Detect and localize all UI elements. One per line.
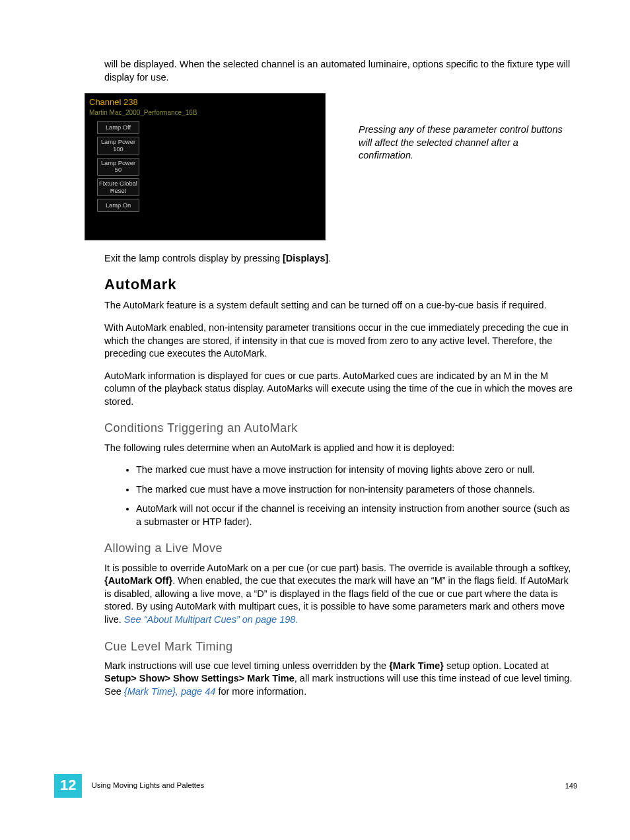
cuelevel-mid1: setup option. Located at: [444, 660, 549, 671]
cuelevel-heading: Cue Level Mark Timing: [104, 639, 577, 654]
fixture-global-reset-button: Fixture Global Reset: [97, 178, 139, 196]
exit-post: .: [328, 253, 331, 263]
lamp-controls-screenshot: Channel 238 Martin Mac_2000_Performance_…: [85, 93, 326, 240]
channel-label: Channel 238: [89, 96, 321, 108]
chapter-number: 12: [54, 774, 82, 798]
cuelevel-post: for more information.: [215, 686, 306, 697]
automark-heading: AutoMark: [104, 275, 577, 295]
lamp-power-50-button: Lamp Power 50: [97, 158, 139, 176]
list-item: AutoMark will not occur if the channel i…: [136, 503, 577, 528]
screenshot-caption: Pressing any of these parameter control …: [359, 123, 563, 240]
automark-p3: AutoMark information is displayed for cu…: [104, 370, 577, 409]
allowing-paragraph: It is possible to override AutoMark on a…: [104, 562, 577, 627]
setup-path: Setup> Show> Show Settings> Mark Time: [104, 673, 295, 683]
automark-off-key: {AutoMark Off}: [104, 575, 172, 586]
conditions-intro: The following rules determine when an Au…: [104, 442, 577, 455]
conditions-heading: Conditions Triggering an AutoMark: [104, 420, 577, 436]
exit-pre: Exit the lamp controls display by pressi…: [104, 253, 283, 263]
fixture-label: Martin Mac_2000_Performance_16B: [89, 108, 321, 118]
automark-p1: The AutoMark feature is a system default…: [104, 299, 577, 312]
mark-time-key-1: {Mark Time}: [389, 660, 444, 671]
lamp-on-button: Lamp On: [97, 199, 139, 212]
conditions-list: The marked cue must have a move instruct…: [136, 464, 577, 528]
chapter-title: Using Moving Lights and Palettes: [91, 781, 204, 791]
allowing-heading: Allowing a Live Move: [104, 540, 577, 556]
automark-p2: With AutoMark enabled, non-intensity par…: [104, 322, 577, 361]
multipart-cues-link[interactable]: See “About Multipart Cues” on page 198.: [124, 614, 298, 625]
displays-key: [Displays]: [283, 253, 328, 263]
mark-time-link[interactable]: {Mark Time}, page 44: [124, 686, 216, 697]
exit-line: Exit the lamp controls display by pressi…: [104, 252, 577, 265]
lamp-off-button: Lamp Off: [97, 121, 139, 134]
list-item: The marked cue must have a move instruct…: [136, 464, 577, 477]
allowing-pre: It is possible to override AutoMark on a…: [104, 563, 571, 573]
list-item: The marked cue must have a move instruct…: [136, 483, 577, 497]
cuelevel-pre: Mark instructions will use cue level tim…: [104, 660, 389, 671]
page-number: 149: [565, 781, 577, 791]
cuelevel-paragraph: Mark instructions will use cue level tim…: [104, 660, 577, 699]
intro-paragraph: will be displayed. When the selected cha…: [104, 58, 577, 84]
lamp-power-100-button: Lamp Power 100: [97, 137, 139, 155]
